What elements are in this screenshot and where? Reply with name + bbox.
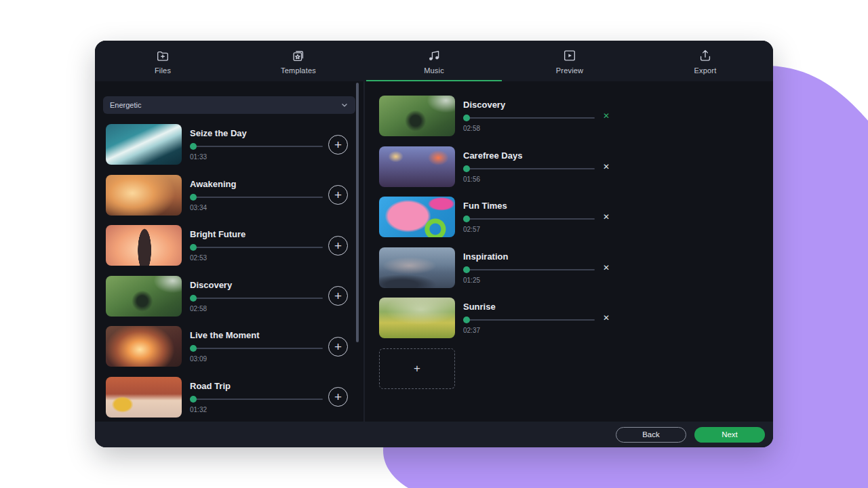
track-title: Live the Moment [190,330,323,340]
track-thumbnail [106,276,182,317]
track-title: Carefree Days [463,150,595,161]
selected-track-row: Sunrise 02:37 ✕ [379,298,773,338]
plus-icon: + [334,239,342,252]
export-icon [698,48,713,63]
remove-track-button[interactable]: ✕ [600,312,612,324]
close-icon: ✕ [603,162,610,171]
tab-export-label: Export [694,66,717,75]
close-icon: ✕ [603,212,610,222]
track-progress-slider[interactable] [463,317,595,323]
slider-knob[interactable] [463,115,470,121]
slider-knob[interactable] [190,143,197,150]
content-area: Energetic Seize the Day 01:33 + Awakenin [95,81,773,422]
track-meta: Bright Future 02:53 [190,229,323,262]
tab-templates[interactable]: Templates [231,41,366,81]
track-duration: 01:32 [190,406,323,413]
track-meta: Seize the Day 01:33 [190,128,323,161]
track-progress-slider[interactable] [190,345,323,352]
add-track-button[interactable]: + [328,135,348,155]
tab-preview[interactable]: Preview [502,41,637,81]
track-meta: Discovery 02:58 [463,100,595,132]
track-thumbnail [379,96,455,136]
track-thumbnail [106,225,182,266]
close-icon: ✕ [603,313,610,323]
slider-knob[interactable] [463,317,470,323]
track-progress-slider[interactable] [463,266,595,273]
track-thumbnail [379,247,455,288]
library-scrollbar[interactable] [356,83,359,342]
plus-icon: + [334,188,342,201]
track-duration: 01:33 [190,153,323,161]
slider-knob[interactable] [190,244,197,251]
selected-tracks-panel: Discovery 02:58 ✕ Carefree Days 01:56 ✕ [363,81,773,422]
track-duration: 02:58 [190,305,323,312]
track-progress-slider[interactable] [463,165,595,172]
tab-music[interactable]: Music [366,41,502,81]
mood-filter-dropdown[interactable]: Energetic [103,96,355,114]
library-track-row: Road Trip 01:32 + [103,377,355,418]
add-more-music-button[interactable]: + [379,348,455,389]
track-meta: Fun Times 02:57 [463,201,595,233]
slider-knob[interactable] [190,396,197,403]
track-meta: Carefree Days 01:56 [463,150,595,183]
slider-knob[interactable] [463,165,470,172]
track-duration: 02:58 [463,125,595,132]
track-progress-slider[interactable] [463,216,595,222]
preview-icon [562,48,577,63]
track-thumbnail [106,124,182,165]
library-track-row: Bright Future 02:53 + [103,225,355,266]
add-file-icon [155,48,170,63]
remove-track-button[interactable]: ✕ [600,211,612,223]
plus-icon: + [334,390,342,403]
track-duration: 02:37 [463,327,595,334]
track-title: Seize the Day [190,128,323,138]
app-window: Files Templates Music Preview [95,41,773,447]
track-meta: Road Trip 01:32 [190,381,323,413]
track-title: Discovery [463,100,595,110]
track-meta: Inspiration 01:25 [463,251,595,284]
track-progress-slider[interactable] [190,295,323,302]
track-title: Inspiration [463,251,595,262]
slider-knob[interactable] [463,266,470,273]
slider-knob[interactable] [190,295,197,302]
track-progress-slider[interactable] [190,244,323,251]
track-progress-slider[interactable] [190,194,323,201]
slider-knob[interactable] [463,216,470,222]
track-title: Bright Future [190,229,323,239]
footer-bar: Back Next [95,422,773,447]
slider-knob[interactable] [190,194,197,201]
remove-track-button[interactable]: ✕ [600,262,612,274]
remove-track-button[interactable]: ✕ [600,110,612,122]
tab-templates-label: Templates [281,66,316,75]
track-title: Fun Times [463,201,595,211]
back-button[interactable]: Back [616,427,686,443]
add-track-button[interactable]: + [328,236,348,256]
track-duration: 02:57 [463,226,595,233]
library-track-row: Seize the Day 01:33 + [103,124,355,165]
add-track-button[interactable]: + [328,286,348,306]
chevron-down-icon [340,101,349,109]
remove-track-button[interactable]: ✕ [600,161,612,173]
add-track-button[interactable]: + [328,337,348,357]
templates-icon [291,48,306,63]
slider-knob[interactable] [190,345,197,352]
track-thumbnail [379,146,455,187]
track-thumbnail [106,326,182,367]
music-library-panel: Energetic Seize the Day 01:33 + Awakenin [95,81,363,422]
track-thumbnail [106,377,182,418]
track-progress-slider[interactable] [190,143,323,150]
mood-filter-value: Energetic [110,101,340,109]
track-duration: 01:56 [463,176,595,183]
add-track-button[interactable]: + [328,387,348,407]
track-duration: 02:53 [190,254,323,262]
plus-icon: + [334,289,342,302]
selected-track-row: Inspiration 01:25 ✕ [379,247,773,288]
next-button[interactable]: Next [694,427,765,443]
track-progress-slider[interactable] [463,115,595,121]
tab-export[interactable]: Export [637,41,773,81]
track-progress-slider[interactable] [190,396,323,403]
track-title: Awakening [190,179,323,189]
add-track-button[interactable]: + [328,185,348,205]
track-meta: Sunrise 02:37 [463,302,595,334]
tab-files[interactable]: Files [95,41,231,81]
